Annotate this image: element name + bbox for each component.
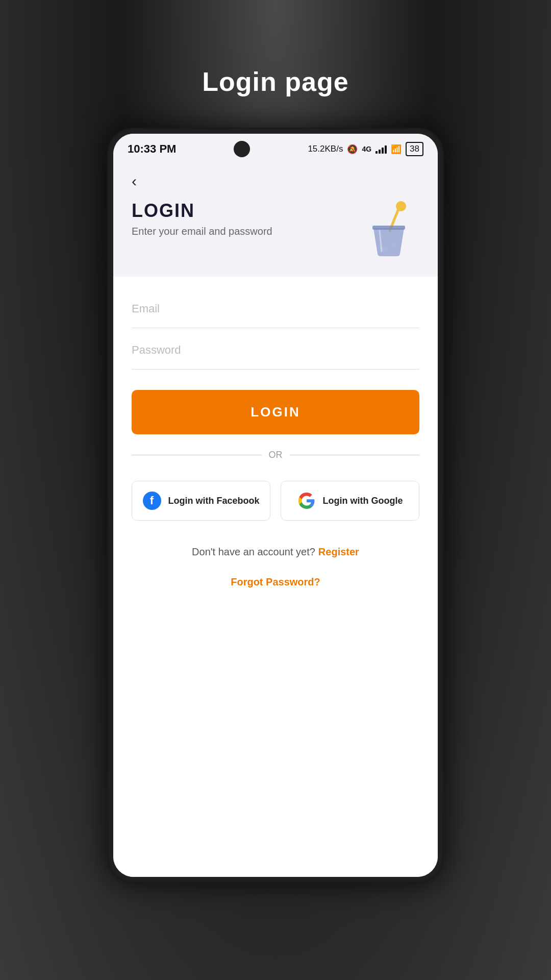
page-title: Login page (202, 66, 348, 97)
no-account-text: Don't have an account yet? (192, 546, 315, 558)
wifi-icon: 📶 (391, 144, 402, 155)
facebook-login-button[interactable]: f Login with Facebook (132, 481, 270, 521)
mute-icon: 🔕 (347, 144, 358, 155)
phone-screen: 10:33 PM 15.2KB/s 🔕 4G 📶 38 ‹ LOGIN Ente… (113, 134, 438, 877)
drink-illustration (363, 200, 414, 261)
svg-point-4 (391, 243, 397, 247)
register-link[interactable]: Register (318, 546, 359, 558)
login-title: LOGIN (132, 200, 272, 222)
google-login-label: Login with Google (323, 496, 403, 506)
header-row: LOGIN Enter your email and password (132, 200, 419, 261)
or-line-right (290, 455, 420, 455)
svg-rect-2 (372, 226, 405, 230)
google-icon (297, 492, 316, 510)
social-buttons: f Login with Facebook Login with Google (132, 481, 419, 521)
email-input[interactable] (132, 297, 419, 321)
network-speed: 15.2KB/s (308, 144, 343, 154)
or-text: OR (269, 450, 283, 460)
back-button[interactable]: ‹ (132, 173, 419, 190)
google-login-button[interactable]: Login with Google (281, 481, 419, 521)
header-text: LOGIN Enter your email and password (132, 200, 272, 237)
battery-icon: 38 (406, 142, 423, 156)
status-bar: 10:33 PM 15.2KB/s 🔕 4G 📶 38 (113, 134, 438, 162)
status-right: 15.2KB/s 🔕 4G 📶 38 (308, 142, 423, 156)
register-row: Don't have an account yet? Register (132, 546, 419, 558)
login-button[interactable]: LOGIN (132, 390, 419, 434)
signal-bars-icon (375, 144, 387, 154)
or-line-left (132, 455, 262, 455)
or-divider: OR (132, 450, 419, 460)
login-subtitle: Enter your email and password (132, 226, 272, 237)
password-input-group (132, 338, 419, 370)
password-input[interactable] (132, 338, 419, 362)
facebook-icon: f (143, 492, 161, 510)
phone-frame: 10:33 PM 15.2KB/s 🔕 4G 📶 38 ‹ LOGIN Ente… (107, 128, 444, 883)
facebook-login-label: Login with Facebook (168, 496, 260, 506)
svg-point-1 (396, 201, 406, 211)
status-camera (234, 141, 250, 157)
header-section: ‹ LOGIN Enter your email and password (113, 162, 438, 277)
form-section: LOGIN OR f Login with Facebook (113, 277, 438, 877)
email-input-group (132, 297, 419, 328)
status-time: 10:33 PM (128, 142, 176, 156)
forgot-password-link[interactable]: Forgot Password? (132, 576, 419, 588)
network-type-icon: 4G (362, 145, 371, 153)
